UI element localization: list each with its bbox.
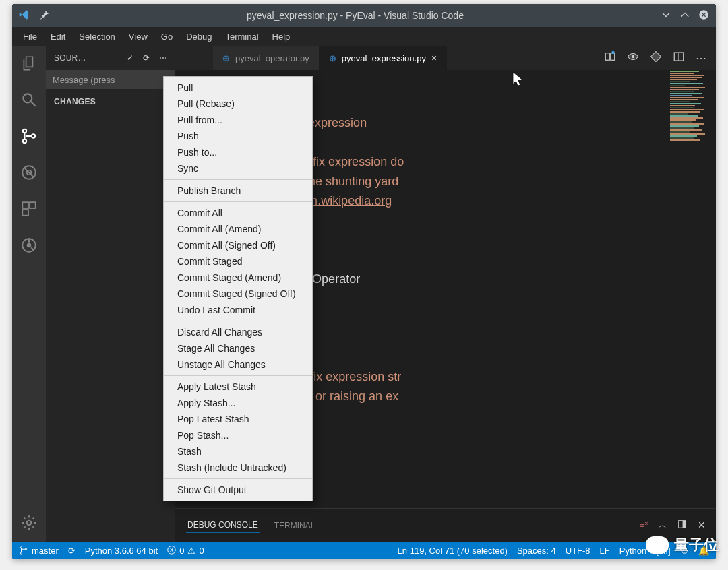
menu-discard-all[interactable]: Discard All Changes — [164, 324, 312, 340]
close-icon[interactable] — [698, 9, 709, 22]
menu-stash[interactable]: Stash — [164, 443, 312, 460]
menu-pull-from[interactable]: Pull from... — [164, 112, 312, 128]
panel-tab-terminal[interactable]: TERMINAL — [273, 518, 317, 533]
window-title: pyeval_expression.py - PyEval - Visual S… — [50, 10, 661, 21]
commit-message-input[interactable]: Message (press — [46, 70, 175, 89]
menu-unstage-all[interactable]: Unstage All Changes — [164, 356, 312, 373]
watermark-text: 量子位 — [674, 535, 719, 555]
compare-changes-icon[interactable] — [604, 51, 616, 65]
panel: DEBUG CONSOLE TERMINAL ≡× ︿ × — [175, 508, 716, 542]
menu-commit-staged-amend[interactable]: Commit Staged (Amend) — [164, 270, 312, 286]
panel-close-icon[interactable]: × — [698, 518, 705, 532]
python-file-icon: ⊕ — [222, 53, 230, 63]
python-file-icon: ⊕ — [329, 53, 336, 63]
svg-rect-13 — [605, 53, 609, 61]
svg-rect-14 — [611, 53, 615, 61]
svg-rect-7 — [22, 202, 28, 208]
menu-separator — [164, 478, 312, 479]
toggle-whitespace-icon[interactable] — [627, 51, 639, 65]
menu-apply-latest-stash[interactable]: Apply Latest Stash — [164, 379, 312, 395]
menu-selection[interactable]: Selection — [73, 30, 120, 43]
svg-point-15 — [611, 51, 615, 55]
changes-section[interactable]: CHANGES — [46, 93, 175, 110]
explorer-icon[interactable] — [20, 54, 38, 73]
panel-maximize-icon[interactable] — [677, 519, 687, 531]
menu-debug[interactable]: Debug — [181, 30, 217, 43]
panel-collapse-icon[interactable]: ︿ — [659, 519, 667, 531]
menu-edit[interactable]: Edit — [45, 30, 71, 43]
tab-close-icon[interactable]: × — [431, 53, 437, 63]
pin-icon[interactable] — [39, 9, 50, 22]
menu-terminal[interactable]: Terminal — [220, 30, 264, 43]
svg-point-20 — [20, 547, 22, 548]
menu-commit-staged[interactable]: Commit Staged — [164, 253, 312, 270]
svg-point-4 — [32, 134, 35, 137]
tab-label: pyeval_expression.py — [342, 53, 426, 63]
panel-tab-debug-console[interactable]: DEBUG CONSOLE — [186, 517, 260, 533]
status-spaces[interactable]: Spaces: 4 — [517, 546, 556, 556]
debug-icon[interactable] — [20, 163, 38, 182]
menu-stash-untracked[interactable]: Stash (Include Untracked) — [164, 460, 312, 476]
minimize-icon[interactable] — [661, 9, 671, 22]
menu-go[interactable]: Go — [156, 30, 178, 43]
clear-console-icon[interactable]: ≡× — [640, 520, 648, 531]
status-encoding[interactable]: UTF-8 — [566, 546, 590, 556]
extensions-icon[interactable] — [20, 199, 38, 218]
menu-commit-all-signed[interactable]: Commit All (Signed Off) — [164, 237, 312, 253]
status-sync-icon[interactable]: ⟳ — [68, 546, 75, 556]
titlebar: pyeval_expression.py - PyEval - Visual S… — [12, 4, 716, 27]
status-python[interactable]: Python 3.6.6 64 bit — [85, 546, 158, 556]
search-icon[interactable] — [20, 90, 38, 109]
tab-pyeval-expression[interactable]: ⊕ pyeval_expression.py × — [320, 46, 447, 70]
menu-sync[interactable]: Sync — [164, 160, 312, 177]
menu-stage-all[interactable]: Stage All Changes — [164, 340, 312, 356]
menu-help[interactable]: Help — [267, 30, 296, 43]
svg-point-12 — [27, 521, 32, 526]
status-cursor[interactable]: Ln 119, Col 71 (70 selected) — [398, 546, 508, 556]
commit-check-icon[interactable]: ✓ — [127, 53, 133, 63]
status-eol[interactable]: LF — [600, 546, 610, 556]
scm-title: SOUR… — [54, 53, 117, 63]
menu-apply-stash[interactable]: Apply Stash... — [164, 395, 312, 411]
scm-sidebar: SOUR… ✓ ⟳ ⋯ Message (press CHANGES — [46, 46, 175, 542]
menu-pull-rebase[interactable]: Pull (Rebase) — [164, 96, 312, 112]
status-problems[interactable]: ⓧ 0 ⚠ 0 — [167, 544, 204, 557]
mouse-cursor-icon — [512, 71, 524, 88]
menu-pop-stash[interactable]: Pop Stash... — [164, 427, 312, 443]
menu-commit-staged-signed[interactable]: Commit Staged (Signed Off) — [164, 286, 312, 302]
settings-gear-icon[interactable] — [20, 513, 38, 532]
menu-view[interactable]: View — [123, 30, 153, 43]
svg-point-1 — [23, 94, 32, 102]
more-actions-icon[interactable]: ⋯ — [159, 53, 167, 63]
svg-rect-9 — [22, 210, 28, 216]
menu-show-git-output[interactable]: Show Git Output — [164, 482, 312, 498]
menu-separator — [164, 375, 312, 376]
editor-more-icon[interactable]: ⋯ — [696, 52, 706, 65]
menu-undo-last-commit[interactable]: Undo Last Commit — [164, 302, 312, 318]
status-branch[interactable]: master — [19, 546, 59, 556]
split-editor-icon[interactable] — [673, 51, 685, 65]
svg-point-3 — [23, 139, 26, 143]
menu-pull[interactable]: Pull — [164, 80, 312, 96]
menu-commit-all-amend[interactable]: Commit All (Amend) — [164, 221, 312, 237]
watermark: 量子位 — [646, 535, 719, 555]
menu-commit-all[interactable]: Commit All — [164, 205, 312, 221]
maximize-icon[interactable] — [679, 9, 690, 22]
svg-point-21 — [20, 552, 22, 554]
watermark-icon — [646, 536, 669, 554]
menu-pop-latest-stash[interactable]: Pop Latest Stash — [164, 411, 312, 427]
menu-file[interactable]: File — [18, 30, 42, 43]
tab-pyeval-operator[interactable]: ⊕ pyeval_operator.py — [213, 46, 320, 70]
menu-push-to[interactable]: Push to... — [164, 144, 312, 160]
refresh-icon[interactable]: ⟳ — [143, 53, 150, 63]
menu-publish-branch[interactable]: Publish Branch — [164, 183, 312, 199]
tab-label: pyeval_operator.py — [235, 53, 309, 63]
minimap[interactable] — [667, 70, 716, 508]
svg-point-11 — [27, 243, 32, 248]
menubar: File Edit Selection View Go Debug Termin… — [12, 27, 716, 46]
menu-push[interactable]: Push — [164, 128, 312, 144]
status-language[interactable]: Python — [619, 546, 646, 556]
source-control-icon[interactable] — [20, 127, 38, 146]
gitlens-icon[interactable] — [20, 236, 38, 255]
open-changes-icon[interactable] — [650, 51, 662, 65]
